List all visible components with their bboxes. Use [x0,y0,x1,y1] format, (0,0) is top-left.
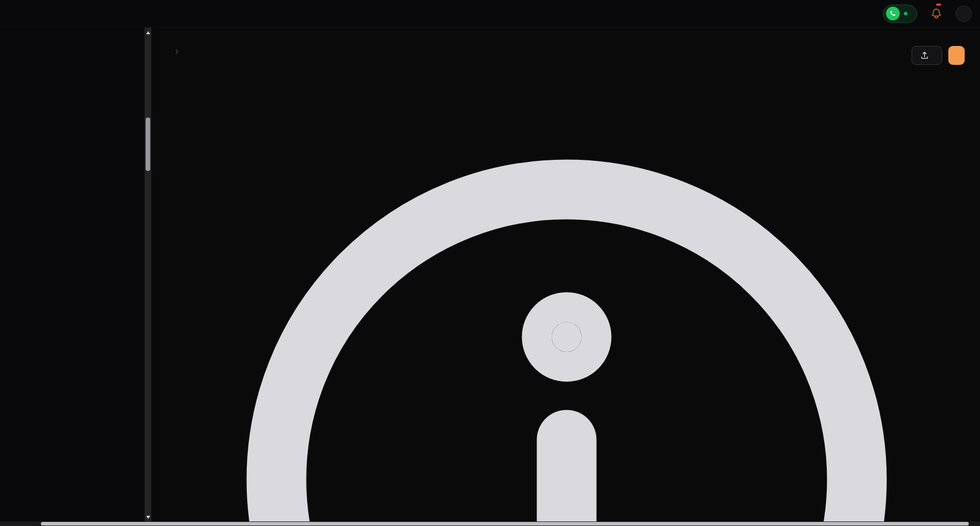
shell [0,28,980,526]
page-header [169,46,965,65]
info-icon [169,82,965,526]
whatsapp-status-pill[interactable] [883,5,917,23]
page-actions [912,46,965,65]
scroll-up-arrow-icon[interactable] [145,29,151,36]
create-barrio-button[interactable] [948,46,965,65]
page-header-left [169,49,185,65]
notice-block [169,82,965,526]
app-window [0,0,980,526]
sidebar [0,28,145,526]
upload-icon [920,51,929,60]
whatsapp-text [904,12,909,15]
scrollbar-thumb[interactable] [146,117,150,171]
bell-icon [930,8,942,19]
breadcrumb [169,49,185,55]
import-excel-button[interactable] [912,46,942,65]
scroll-down-arrow-icon[interactable] [145,514,151,521]
horizontal-scrollbar-thumb[interactable] [41,522,969,525]
notifications-button[interactable] [930,8,942,19]
topbar-right [883,5,972,23]
chevron-right-icon [174,49,180,55]
notification-count-badge [936,4,941,6]
topbar [0,0,980,28]
online-dot-icon [904,12,907,15]
sidebar-scrollbar[interactable] [145,28,151,526]
horizontal-scrollbar[interactable] [0,521,980,526]
main-content [151,28,980,526]
user-avatar[interactable] [955,6,972,22]
whatsapp-icon [886,7,900,20]
